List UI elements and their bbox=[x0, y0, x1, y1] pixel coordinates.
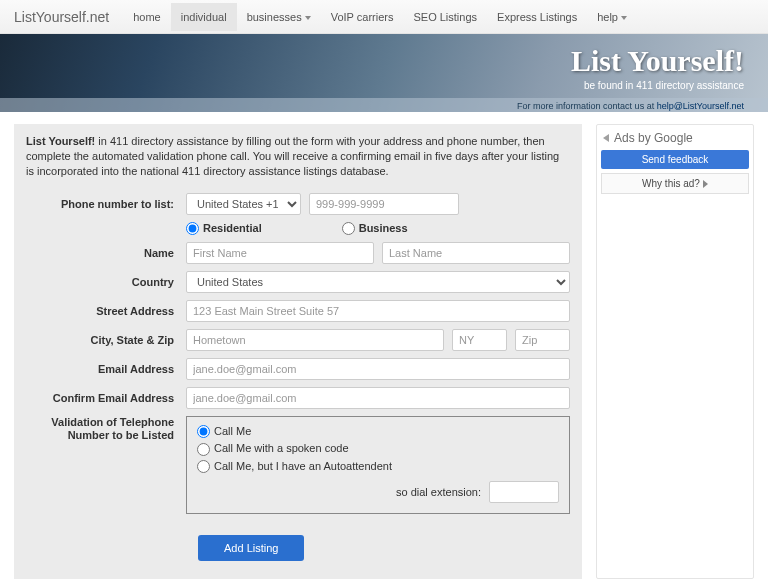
navbar: ListYourself.net home individual busines… bbox=[0, 0, 768, 34]
nav-voip[interactable]: VoIP carriers bbox=[321, 3, 404, 31]
street-label: Street Address bbox=[26, 305, 186, 317]
intro-text: List Yourself! in 411 directory assistan… bbox=[26, 134, 570, 179]
last-name-input[interactable] bbox=[382, 242, 570, 264]
zip-input[interactable] bbox=[515, 329, 570, 351]
listing-form: List Yourself! in 411 directory assistan… bbox=[14, 124, 582, 579]
send-feedback-button[interactable]: Send feedback bbox=[601, 150, 749, 169]
email-label: Email Address bbox=[26, 363, 186, 375]
phone-label: Phone number to list: bbox=[26, 198, 186, 210]
confirm-email-label: Confirm Email Address bbox=[26, 392, 186, 404]
name-label: Name bbox=[26, 247, 186, 259]
hero-title: List Yourself! bbox=[571, 44, 744, 78]
nav-individual[interactable]: individual bbox=[171, 3, 237, 31]
val-callme-radio[interactable]: Call Me bbox=[197, 423, 559, 441]
back-arrow-icon[interactable] bbox=[603, 134, 609, 142]
nav-seo[interactable]: SEO Listings bbox=[403, 3, 487, 31]
val-spoken-radio[interactable]: Call Me with a spoken code bbox=[197, 440, 559, 458]
country-label: Country bbox=[26, 276, 186, 288]
csz-label: City, State & Zip bbox=[26, 334, 186, 346]
confirm-email-input[interactable] bbox=[186, 387, 570, 409]
state-input[interactable] bbox=[452, 329, 507, 351]
why-this-ad-button[interactable]: Why this ad? bbox=[601, 173, 749, 194]
brand[interactable]: ListYourself.net bbox=[14, 9, 109, 25]
ads-header: Ads by Google bbox=[601, 129, 749, 150]
validation-label: Validation of Telephone Number to be Lis… bbox=[26, 416, 186, 442]
chevron-down-icon bbox=[621, 16, 627, 20]
phone-input[interactable] bbox=[309, 193, 459, 215]
hero-subtitle: be found in 411 directory assistance bbox=[584, 80, 744, 91]
nav-help[interactable]: help bbox=[587, 3, 637, 31]
street-input[interactable] bbox=[186, 300, 570, 322]
extension-input[interactable] bbox=[489, 481, 559, 503]
val-autoattendant-radio[interactable]: Call Me, but I have an Autoattendent bbox=[197, 458, 559, 476]
add-listing-button[interactable]: Add Listing bbox=[198, 535, 304, 561]
chevron-down-icon bbox=[305, 16, 311, 20]
city-input[interactable] bbox=[186, 329, 444, 351]
validation-options: Call Me Call Me with a spoken code Call … bbox=[186, 416, 570, 515]
extension-label: so dial extension: bbox=[396, 486, 481, 498]
page-body: List Yourself! in 411 directory assistan… bbox=[0, 112, 768, 588]
contact-email[interactable]: help@ListYourself.net bbox=[657, 101, 744, 111]
ads-sidebar: Ads by Google Send feedback Why this ad? bbox=[596, 124, 754, 579]
nav-businesses[interactable]: businesses bbox=[237, 3, 321, 31]
hero-contact: For more information contact us at help@… bbox=[517, 101, 744, 111]
nav-express[interactable]: Express Listings bbox=[487, 3, 587, 31]
nav-home[interactable]: home bbox=[123, 3, 171, 31]
first-name-input[interactable] bbox=[186, 242, 374, 264]
hero-banner: List Yourself! be found in 411 directory… bbox=[0, 34, 768, 112]
country-code-select[interactable]: United States +1 bbox=[186, 193, 301, 215]
app-window: ListYourself.net home individual busines… bbox=[0, 0, 768, 588]
type-residential-radio[interactable]: Residential bbox=[186, 222, 262, 235]
email-input[interactable] bbox=[186, 358, 570, 380]
type-business-radio[interactable]: Business bbox=[342, 222, 408, 235]
play-icon bbox=[703, 180, 708, 188]
country-select[interactable]: United States bbox=[186, 271, 570, 293]
